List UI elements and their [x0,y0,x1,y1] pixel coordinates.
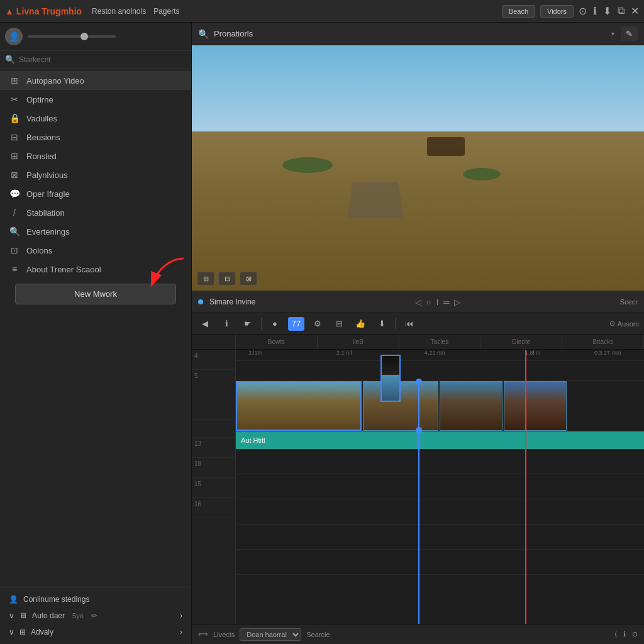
app-logo: ▲ Livna Trugmhio [5,6,82,16]
audio-clip[interactable]: Aut Htitl [236,431,644,449]
advaly-icon: ⊞ [19,628,26,636]
ruler-section-bowts: Bowts [236,335,318,349]
tl-tool-download[interactable]: ⬇ [374,317,390,331]
sidebar-item-evertenings[interactable]: 🔍 Evertenings [0,222,191,241]
footer-item-advaly[interactable]: ∨ ⊞ Advaly › [0,624,191,640]
sidebar-item-about[interactable]: ≡ About Trener Scaool [0,260,191,279]
sidebar-item-ronsled[interactable]: ⊞ Ronsled [0,147,191,165]
timeline-dot [198,299,203,304]
sidebar-item-palynlvious[interactable]: ⊠ Palynlvious [0,165,191,184]
clip-thumbnail-1 [237,382,360,430]
row-label-18: 18 [192,458,235,478]
preview-ctrl-3[interactable]: ⊠ [240,272,257,286]
normal-select[interactable]: Doan haorral [240,628,301,641]
tl-tool-pointer[interactable]: ☛ [240,317,256,331]
dur-label-5: 0.3.27 mm [594,350,621,356]
sidebar-item-beusions[interactable]: ⊟ Beusions [0,128,191,147]
expand-icon-2[interactable]: › [180,628,182,636]
title-bar-right: Beach Vidors ⊙ ℹ ⬇ ⧉ ✕ [502,5,639,18]
nav-info-icon[interactable]: ○ [426,297,431,307]
download-icon[interactable]: ⬇ [603,5,611,17]
zoom-slider-track[interactable] [28,35,116,38]
share-icon[interactable]: ⟨ [614,630,617,638]
help-icon[interactable]: ℹ [623,630,626,638]
dur-label-4: 1.8l m [525,350,541,356]
vadulles-icon: 🔒 [9,113,20,123]
more-icon[interactable]: ⊙ [632,630,638,638]
timeline-title: Simare Invine [209,297,255,306]
footer-item-label: Conlinume stedings [23,595,89,604]
tile-icon[interactable]: ⧉ [618,5,625,17]
user1-button[interactable]: Beach [502,5,535,18]
footer-item-autodar[interactable]: ∨ 🖥 Auto daer 5yo ✏ › [0,608,191,624]
zoom-slider-thumb[interactable] [80,33,88,40]
timeline-body: 4 5 13 18 15 16 2.l1m 2.1 ml 4.21 nm 1.8… [192,350,644,624]
sidebar-item-oolons[interactable]: ⊡ Oolons [0,241,191,260]
dur-label-2: 2.1 ml [336,350,352,356]
ruler-section-tacles: Tacles [399,335,481,349]
track-row-empty-1 [236,361,644,381]
nav-right-icon[interactable]: ▷ [454,297,460,307]
stabllation-icon: / [9,208,20,218]
tl-tool-back[interactable]: ◀ [197,317,213,331]
preview-ctrl-1[interactable]: ⊞ [197,272,214,286]
new-item-button[interactable]: ✎ [621,26,638,41]
sidebar-item-vadulles[interactable]: 🔒 Vadulles [0,109,191,128]
new-work-button[interactable]: New Mwork [15,284,176,304]
tl-tool-settings[interactable]: ⚙ [309,317,326,331]
timeline-nav-arrows: ◁ ○ I ═ ▷ [415,297,461,307]
menu-item-2[interactable]: Pagerts [153,7,179,16]
settings-icon[interactable]: ⊙ [579,5,587,17]
searcie-button[interactable]: Searcie [306,631,330,638]
sidebar-footer: 👤 Conlinume stedings ∨ 🖥 Auto daer 5yo ✏… [0,587,191,644]
preview-ctrl-2[interactable]: ⊟ [218,272,236,286]
track-row-empty-4 [236,499,644,525]
sidebar-item-label: Autopano Yideo [26,76,84,86]
sidebar-item-label: Optirne [26,95,53,104]
sidebar-item-autopano[interactable]: ⊞ Autopano Yideo [0,71,191,90]
tl-tool-prev-clip[interactable]: ⏮ [401,317,417,331]
track-row-audio: Aut Htitl [236,431,644,449]
tl-tool-77[interactable]: 77 [288,317,304,331]
clip-thumbnail-2 [364,382,438,430]
expand-icon-1[interactable]: › [180,611,182,620]
video-clip-1[interactable] [236,381,362,431]
sidebar-item-label: Ronsled [26,152,57,161]
track-row-video [236,381,644,431]
user2-button[interactable]: Vidors [540,5,574,18]
timeline-header: Simare Invine ◁ ○ I ═ ▷ Scecr [192,291,644,313]
avatar: 👤 [5,28,23,45]
close-icon[interactable]: ✕ [631,5,639,17]
sidebar-item-label: Evertenings [26,227,70,236]
tl-tool-camera[interactable]: ● [267,317,283,331]
info-icon[interactable]: ℹ [593,5,597,17]
tl-tool-layout[interactable]: ⊟ [331,317,347,331]
search-input[interactable] [19,55,186,64]
header-search-icon[interactable]: 🔍 [198,29,209,39]
menu-item-1[interactable]: Reston anolnols [92,7,146,16]
header-dropdown-icon[interactable]: ▾ [611,30,614,37]
nav-eq-icon[interactable]: ═ [443,297,449,307]
sidebar-item-stabllation[interactable]: / Stabllation [0,203,191,222]
tl-tool-info[interactable]: ℹ [218,317,235,331]
content-header: 🔍 Pronatiorls ▾ ✎ [192,23,644,45]
nav-left-icon[interactable]: ◁ [415,297,421,307]
sidebar-item-optirne[interactable]: ✂ Optirne [0,90,191,109]
footer-item-conlinume[interactable]: 👤 Conlinume stedings [0,591,191,608]
palynlvious-icon: ⊠ [9,170,20,180]
video-clip-4[interactable] [504,381,567,431]
dur-label-3: 4.21 nm [425,350,445,356]
pencil-icon[interactable]: ✏ [91,611,97,620]
video-clip-2[interactable] [363,381,438,431]
nav-cursor-icon[interactable]: I [436,297,439,307]
slider-area[interactable] [28,35,186,38]
new-work-container: New Mwork [8,284,184,304]
chevron-down-icon-1: ∨ [9,611,14,620]
sidebar-item-operfragle[interactable]: 💬 Oper Ifragle [0,184,191,203]
livects-button[interactable]: Livects [213,631,235,638]
tl-tool-like[interactable]: 👍 [352,317,369,331]
sidebar-item-label: Vadulles [26,114,57,123]
arrows-icon: ⟺ [198,630,208,638]
bottom-bar: ⟺ Livects Doan haorral Searcie ⟨ ℹ ⊙ [192,624,644,644]
video-clip-3[interactable] [440,381,502,431]
